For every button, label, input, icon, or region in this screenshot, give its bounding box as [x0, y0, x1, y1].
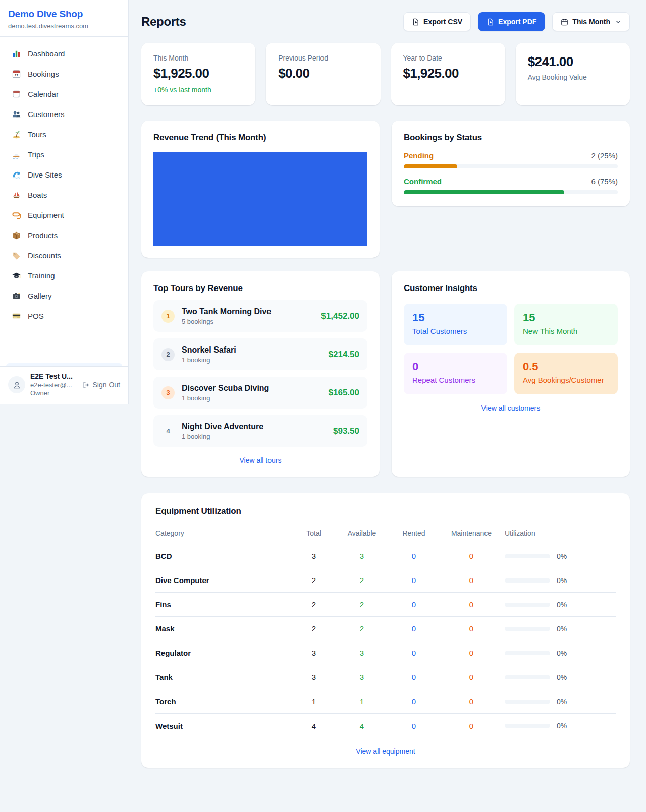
- utilization-pct: 0%: [557, 552, 567, 560]
- sidebar-item-calendar[interactable]: Calendar: [6, 84, 122, 104]
- cell-total: 2: [294, 600, 334, 609]
- sidebar-item-label: Gallery: [28, 292, 52, 300]
- panel-title: Customer Insights: [404, 283, 618, 294]
- tour-bookings: 1 booking: [182, 356, 236, 364]
- progress-track: [404, 164, 618, 168]
- sidebar-item-label: Trips: [28, 150, 44, 159]
- products-icon: [11, 230, 21, 240]
- stat-value: $1,925.00: [153, 66, 243, 81]
- cell-maintenance: 0: [438, 600, 505, 609]
- cell-available: 2: [334, 624, 390, 633]
- utilization-bar: [505, 627, 550, 631]
- cell-available: 3: [334, 649, 390, 657]
- utilization-bar: [505, 603, 550, 607]
- panel-title: Equipment Utilization: [155, 506, 616, 516]
- stat-label: Previous Period: [278, 54, 368, 62]
- cell-category: Wetsuit: [155, 722, 294, 730]
- boats-icon: [11, 190, 21, 200]
- charts-row: Revenue Trend (This Month) Bookings by S…: [141, 121, 630, 258]
- sidebar-item-training[interactable]: Training: [6, 265, 122, 285]
- cell-total: 4: [294, 722, 334, 730]
- utilization-bar: [505, 700, 550, 704]
- user-role: Owner: [30, 389, 73, 397]
- tour-name: Night Dive Adventure: [182, 422, 263, 431]
- cell-maintenance: 0: [438, 722, 505, 730]
- tour-bookings: 1 booking: [182, 433, 263, 440]
- top-tours-panel: Top Tours by Revenue 1 Two Tank Morning …: [141, 271, 380, 477]
- status-row-confirmed: Confirmed 6 (75%): [404, 177, 618, 194]
- panel-title: Top Tours by Revenue: [153, 283, 367, 294]
- utilization-pct: 0%: [557, 601, 567, 609]
- rank-badge: 1: [162, 310, 175, 323]
- cell-available: 4: [334, 722, 390, 730]
- utilization-pct: 0%: [557, 649, 567, 657]
- tour-name: Discover Scuba Diving: [182, 384, 269, 393]
- file-download-icon: [487, 18, 494, 26]
- stat-value: $241.00: [528, 54, 618, 70]
- sidebar-item-dashboard[interactable]: Dashboard: [6, 43, 122, 64]
- utilization-pct: 0%: [557, 576, 567, 585]
- column-header: Rented: [390, 529, 438, 537]
- cell-rented: 0: [390, 697, 438, 706]
- brand-block[interactable]: Demo Dive Shop demo.test.divestreams.com: [0, 0, 128, 37]
- sidebar-item-equipment[interactable]: Equipment: [6, 205, 122, 225]
- cell-total: 2: [294, 576, 334, 585]
- equipment-icon: [11, 210, 21, 220]
- sidebar-item-boats[interactable]: Boats: [6, 185, 122, 205]
- sidebar-item-tours[interactable]: Tours: [6, 124, 122, 144]
- utilization-bar: [505, 554, 550, 558]
- brand-domain: demo.test.divestreams.com: [8, 22, 120, 30]
- column-header: Total: [294, 529, 334, 537]
- sidebar-item-label: Discounts: [28, 251, 61, 260]
- view-all-tours-link[interactable]: View all tours: [153, 456, 367, 465]
- cell-maintenance: 0: [438, 552, 505, 560]
- sidebar: Demo Dive Shop demo.test.divestreams.com…: [0, 0, 129, 404]
- sidebar-item-dive-sites[interactable]: Dive Sites: [6, 164, 122, 185]
- sidebar-item-pos[interactable]: POS: [6, 306, 122, 326]
- customer-insights-panel: Customer Insights 15 Total Customers 15 …: [392, 271, 630, 477]
- sidebar-item-bookings[interactable]: 17 Bookings: [6, 64, 122, 84]
- export-csv-button[interactable]: Export CSV: [403, 12, 471, 31]
- sidebar-item-customers[interactable]: Customers: [6, 104, 122, 124]
- sidebar-item-trips[interactable]: Trips: [6, 144, 122, 164]
- equipment-utilization-panel: Equipment Utilization Category Total Ava…: [141, 493, 630, 768]
- tour-revenue: $1,452.00: [321, 311, 359, 321]
- utilization-pct: 0%: [557, 698, 567, 706]
- brand-name: Demo Dive Shop: [8, 9, 120, 20]
- gallery-icon: [11, 291, 21, 301]
- sidebar-item-label: Bookings: [28, 70, 59, 78]
- sidebar-item-discounts[interactable]: Discounts: [6, 245, 122, 265]
- period-dropdown[interactable]: This Month: [552, 12, 630, 31]
- export-pdf-label: Export PDF: [498, 18, 536, 26]
- table-row: Fins 2 2 0 0 0%: [155, 593, 616, 617]
- utilization-bar: [505, 724, 550, 728]
- view-all-equipment-link[interactable]: View all equipment: [155, 747, 616, 756]
- tile-value: 15: [523, 311, 609, 324]
- sidebar-item-gallery[interactable]: Gallery: [6, 285, 122, 306]
- customers-icon: [11, 109, 21, 119]
- sidebar-item-products[interactable]: Products: [6, 225, 122, 245]
- cell-maintenance: 0: [438, 649, 505, 657]
- column-header: Category: [155, 529, 294, 537]
- stat-label: This Month: [153, 54, 243, 62]
- sidebar-item-label: POS: [28, 312, 44, 320]
- insights-row: Top Tours by Revenue 1 Two Tank Morning …: [141, 271, 630, 477]
- view-all-customers-link[interactable]: View all customers: [404, 404, 618, 412]
- export-pdf-button[interactable]: Export PDF: [478, 12, 545, 31]
- sign-out-button[interactable]: Sign Out: [82, 381, 120, 389]
- topbar: Reports Export CSV Export PDF This Month: [141, 12, 630, 31]
- cell-category: Dive Computer: [155, 576, 294, 585]
- stat-value: $0.00: [278, 66, 368, 81]
- sidebar-item-label: Products: [28, 231, 58, 240]
- calendar-icon: [11, 89, 21, 99]
- table-row: BCD 3 3 0 0 0%: [155, 544, 616, 568]
- cell-total: 1: [294, 697, 334, 706]
- status-label: Pending: [404, 151, 434, 160]
- cell-utilization: 0%: [505, 576, 616, 585]
- tour-row: 3 Discover Scuba Diving 1 booking $165.0…: [153, 377, 367, 409]
- person-icon: [12, 380, 22, 390]
- progress-fill: [404, 190, 564, 194]
- cell-available: 2: [334, 576, 390, 585]
- table-row: Wetsuit 4 4 0 0 0%: [155, 714, 616, 738]
- panel-title: Bookings by Status: [404, 133, 618, 143]
